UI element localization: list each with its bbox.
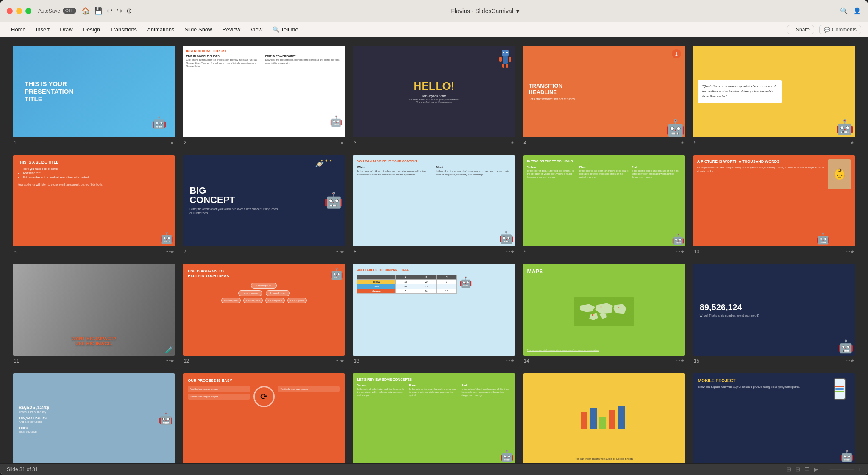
slide-star[interactable]: ⋯★	[676, 140, 684, 145]
outline-view-icon[interactable]: ☰	[804, 466, 810, 472]
redo-icon[interactable]: ↪	[117, 7, 122, 15]
slide-meta-10: 10 ⋯★	[693, 248, 855, 256]
svg-rect-12	[581, 412, 587, 429]
menu-view[interactable]: View	[246, 25, 267, 34]
presentation-icon[interactable]: ▶	[814, 466, 818, 472]
slide-thumb-3[interactable]: HELLO! I am Jayden Smith I am here becau…	[353, 46, 515, 137]
slide-item: WANT BIG IMPACT?USE BIG IMAGE. 🧪 11 ⋯★	[13, 264, 175, 365]
diag-box: Lorem Ipsum	[287, 298, 307, 303]
profile-icon[interactable]: 👤	[853, 7, 861, 15]
diag-box: Lorem Ipsum	[266, 290, 290, 296]
slide18-col3-body: Is the color of blood, and because of th…	[462, 388, 511, 397]
slide-star[interactable]: ⋯★	[335, 249, 344, 255]
slide-item: THIS IS A SLIDE TITLE Here you have a li…	[13, 155, 175, 256]
slide-item: THIS IS YOURPRESENTATIONTITLE 🤖 1 ⋯★	[13, 46, 175, 147]
slide-thumb-20[interactable]: MOBILE PROJECT Show and explain your web…	[693, 373, 855, 463]
slide-star[interactable]: ⋯★	[165, 140, 174, 145]
autosave-toggle[interactable]: OFF	[63, 8, 76, 14]
slide-thumb-8[interactable]: YOU CAN ALSO SPLIT YOUR CONTENT White Is…	[353, 155, 515, 247]
slide-star[interactable]: ⋯★	[846, 249, 854, 255]
slide-thumb-6[interactable]: THIS IS A SLIDE TITLE Here you have a li…	[13, 155, 175, 247]
svg-rect-5	[506, 64, 508, 68]
slides-panel[interactable]: THIS IS YOURPRESENTATIONTITLE 🤖 1 ⋯★ INS…	[0, 37, 868, 463]
slide7-title: BIGCONCEPT	[189, 186, 338, 205]
slide-item: AND TABLES TO COMPARE DATA A B C	[353, 264, 515, 365]
slide-thumb-14[interactable]: MAPS	[523, 264, 685, 356]
maximize-button[interactable]	[25, 8, 31, 14]
comments-button[interactable]: 💬 Comments	[819, 25, 861, 34]
save-icon[interactable]: 💾	[94, 7, 103, 15]
slide-thumb-9[interactable]: IN TWO OR THREE COLUMNS Yellow Is the co…	[523, 155, 685, 247]
menu-tellme[interactable]: 🔍 Tell me	[268, 25, 303, 34]
undo-icon[interactable]: ↩	[107, 7, 112, 15]
menu-animations[interactable]: Animations	[143, 25, 178, 34]
svg-rect-13	[590, 408, 597, 429]
slide-thumb-16[interactable]: 89,526,124$ That's a lot of money 185,24…	[13, 373, 175, 463]
share-button[interactable]: ↑ Share	[787, 25, 814, 34]
slide-thumb-10[interactable]: A PICTURE IS WORTH A THOUSAND WORDS A co…	[693, 155, 855, 247]
normal-view-icon[interactable]: ⊞	[787, 466, 791, 472]
svg-rect-4	[502, 64, 504, 68]
slide6-body: Your audience will listen to you or read…	[18, 183, 170, 186]
home-icon[interactable]: 🏠	[81, 7, 90, 15]
slide20-body: Show and explain your web, app or softwa…	[698, 385, 826, 389]
menu-draw[interactable]: Draw	[56, 25, 77, 34]
slide4-badge: 1	[672, 49, 681, 58]
slide-star[interactable]: ⋯★	[165, 358, 174, 364]
slide-thumb-12[interactable]: USE DIAGRAMS TOEXPLAIN YOUR IDEAS Lorem …	[183, 264, 345, 356]
robot-decoration: 🤖	[500, 450, 514, 463]
menu-home[interactable]: Home	[7, 25, 30, 34]
slide-sorter-icon[interactable]: ⊟	[796, 466, 800, 472]
minimize-button[interactable]	[16, 8, 22, 14]
share-icon: ↑	[792, 27, 794, 33]
slide-star[interactable]: ⋯★	[506, 140, 515, 145]
slide-thumb-15[interactable]: 89,526,124 Whoa! That's a big number, ar…	[693, 264, 855, 356]
robot-decoration: 🤖	[665, 119, 685, 137]
diag-box: Lorem Ipsum	[243, 298, 263, 303]
zoom-in-icon[interactable]: +	[858, 466, 861, 472]
slide-thumb-1[interactable]: THIS IS YOURPRESENTATIONTITLE 🤖	[13, 46, 175, 137]
zoom-out-icon[interactable]: −	[822, 466, 826, 472]
slide-thumb-11[interactable]: WANT BIG IMPACT?USE BIG IMAGE. 🧪	[13, 264, 175, 356]
slide-star[interactable]: ⋯★	[846, 140, 854, 145]
slide-star[interactable]: ⋯★	[335, 358, 344, 364]
menu-insert[interactable]: Insert	[32, 25, 54, 34]
slide-thumb-2[interactable]: INSTRUCTIONS FOR USE EDIT IN GOOGLE SLID…	[183, 46, 345, 137]
slide-star[interactable]: ⋯★	[506, 249, 515, 255]
slide-star[interactable]: ⋯★	[335, 140, 344, 145]
td: 10	[395, 280, 416, 284]
slide15-subtitle: Whoa! That's a big number, aren't you pr…	[700, 314, 760, 317]
menu-slideshow[interactable]: Slide Show	[180, 25, 216, 34]
td: 30	[395, 284, 416, 289]
statusbar: Slide 31 of 31 ⊞ ⊟ ☰ ▶ − ──────── +	[0, 463, 868, 475]
slide-thumb-13[interactable]: AND TABLES TO COMPARE DATA A B C	[353, 264, 515, 356]
slide-thumb-7[interactable]: BIGCONCEPT Bring the attention of your a…	[183, 155, 345, 247]
zoom-slider[interactable]: ────────	[830, 467, 854, 472]
slide-star[interactable]: ⋯★	[846, 358, 854, 364]
menu-design[interactable]: Design	[79, 25, 104, 34]
menu-review[interactable]: Review	[218, 25, 245, 34]
slide-thumb-19[interactable]: You can insert graphs from Excel or Goog…	[523, 373, 685, 463]
slide6-bullet: And some text	[23, 171, 170, 175]
slide6-title: THIS IS A SLIDE TITLE	[18, 160, 170, 164]
more-icon[interactable]: ⊕	[126, 7, 132, 15]
slide-star[interactable]: ⋯★	[676, 358, 684, 364]
slide-thumb-18[interactable]: LET'S REVIEW SOME CONCEPTS Yellow Is the…	[353, 373, 515, 463]
slide1-title: THIS IS YOURPRESENTATIONTITLE	[25, 80, 73, 103]
slide-thumb-5[interactable]: "Quotations are commonly printed as a me…	[693, 46, 855, 137]
menu-transitions[interactable]: Transitions	[106, 25, 141, 34]
slide-star[interactable]: ⋯★	[506, 358, 515, 364]
slide-thumb-17[interactable]: OUR PROCESS IS EASY Vestibulum congue te…	[183, 373, 345, 463]
slide9-col2-body: Is the color of the clear sky and the de…	[579, 169, 629, 179]
close-button[interactable]	[7, 8, 13, 14]
slide-item: HELLO! I am Jayden Smith I am here becau…	[353, 46, 515, 147]
td: 15	[416, 284, 436, 289]
slide-item: INSTRUCTIONS FOR USE EDIT IN GOOGLE SLID…	[183, 46, 345, 147]
slide-star[interactable]: ⋯★	[165, 249, 174, 255]
slide2-col1: EDIT IN GOOGLE SLIDES	[186, 55, 263, 58]
robot-decoration: 🤖	[459, 276, 472, 294]
slide-thumb-4[interactable]: TRANSITIONHEADLINE Let's start with the …	[523, 46, 685, 137]
slide-star[interactable]: ⋯★	[676, 249, 684, 255]
search-icon[interactable]: 🔍	[840, 7, 848, 15]
slide-item: MOBILE PROJECT Show and explain your web…	[693, 373, 855, 463]
